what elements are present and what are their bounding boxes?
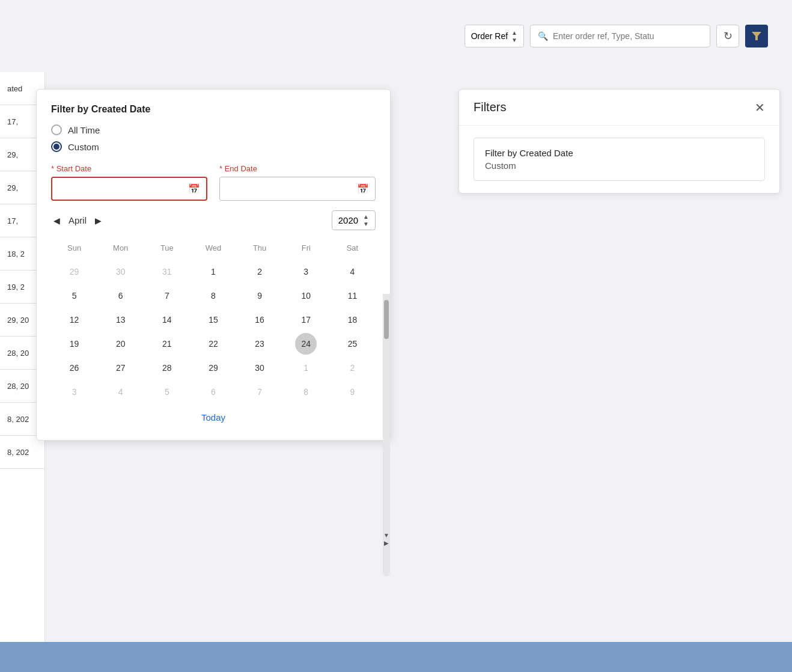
cal-day[interactable]: 16 [249,309,270,331]
custom-radio[interactable] [51,141,62,152]
next-month-button[interactable]: ▶ [93,215,104,227]
cal-day[interactable]: 25 [341,333,363,355]
cal-day[interactable]: 20 [110,333,132,355]
cal-day[interactable]: 30 [110,261,132,283]
popup-scrollbar[interactable]: ▼ ▶ [383,294,390,576]
cal-day[interactable]: 1 [203,261,224,283]
cal-day[interactable]: 14 [156,309,178,331]
cal-day[interactable]: 12 [64,309,85,331]
cal-day[interactable]: 3 [64,381,85,403]
filters-panel: Filters ✕ Filter by Created Date Custom [458,89,780,194]
bg-row: 29, [7,183,18,192]
cal-day[interactable]: 7 [156,285,178,307]
calendar-grid: Sun Mon Tue Wed Thu Fri Sat 29 30 31 1 2… [51,240,376,403]
cal-day[interactable]: 22 [203,333,224,355]
today-button[interactable]: Today [201,412,225,423]
all-time-radio[interactable] [51,124,62,135]
cal-day[interactable]: 9 [341,381,363,403]
cal-day[interactable]: 19 [64,333,85,355]
order-ref-dropdown[interactable]: Order Ref ▲ ▼ [465,25,524,47]
cal-day[interactable]: 6 [203,381,224,403]
calendar-week-6: 3 4 5 6 7 8 9 [51,381,376,403]
bg-row: 17, [7,117,18,126]
bg-row: 8, 202 [7,448,29,457]
bg-row: 29, [7,150,18,159]
cal-day[interactable]: 26 [64,357,85,379]
day-header-wed: Wed [190,240,236,256]
cal-day[interactable]: 11 [341,285,363,307]
start-date-input[interactable]: 📅 [51,177,207,201]
cal-day[interactable]: 7 [249,381,270,403]
cal-day[interactable]: 5 [64,285,85,307]
scroll-down-icon[interactable]: ▼ [383,532,389,539]
cal-day[interactable]: 29 [64,261,85,283]
cal-day[interactable]: 6 [110,285,132,307]
cal-day[interactable]: 3 [295,261,317,283]
cal-day[interactable]: 5 [156,381,178,403]
filters-title: Filters [474,100,506,114]
search-input[interactable] [553,31,702,41]
calendar-nav: ◀ April ▶ 2020 ▲ ▼ [51,210,376,230]
cal-day[interactable]: 4 [341,261,363,283]
end-date-wrap: * End Date 📅 [219,164,376,201]
year-value: 2020 [338,215,358,225]
refresh-button[interactable]: ↻ [716,25,739,47]
order-ref-label: Order Ref [471,31,508,41]
date-fields: * Start Date 📅 * End Date 📅 [51,164,376,201]
refresh-icon: ↻ [723,29,733,43]
calendar-week-5: 26 27 28 29 30 1 2 [51,357,376,379]
start-calendar-icon: 📅 [188,183,200,195]
cal-day[interactable]: 2 [249,261,270,283]
cal-day[interactable]: 30 [249,357,270,379]
cal-day[interactable]: 15 [203,309,224,331]
all-time-option[interactable]: All Time [51,124,376,135]
bg-row: 29, 20 [7,316,29,325]
date-filter-popup: Filter by Created Date All Time Custom *… [36,89,391,441]
cal-day[interactable]: 27 [110,357,132,379]
end-date-input[interactable]: 📅 [219,177,376,201]
bg-row: 19, 2 [7,283,25,292]
date-filter-title: Filter by Created Date [51,104,376,115]
top-bar: Order Ref ▲ ▼ 🔍 ↻ [0,0,792,72]
cal-day[interactable]: 2 [341,357,363,379]
cal-day[interactable]: 9 [249,285,270,307]
close-filters-button[interactable]: ✕ [755,102,765,114]
bg-row: 17, [7,216,18,225]
filters-body: Filter by Created Date Custom [459,126,779,193]
search-bar[interactable]: 🔍 [530,25,710,47]
bg-row: 18, 2 [7,249,25,258]
today-button-wrap: Today [51,405,376,426]
cal-day[interactable]: 4 [110,381,132,403]
year-select[interactable]: 2020 ▲ ▼ [332,210,376,230]
cal-day-today[interactable]: 24 [295,333,317,355]
cal-day[interactable]: 18 [341,309,363,331]
cal-day[interactable]: 1 [295,357,317,379]
svg-marker-0 [752,32,761,40]
calendar-week-1: 29 30 31 1 2 3 4 [51,261,376,283]
cal-day[interactable]: 8 [295,381,317,403]
filter-icon [752,32,761,40]
cal-day[interactable]: 17 [295,309,317,331]
cal-day[interactable]: 31 [156,261,178,283]
custom-option[interactable]: Custom [51,141,376,152]
end-calendar-icon: 📅 [357,183,369,195]
cal-day[interactable]: 13 [110,309,132,331]
end-date-label: * End Date [219,164,376,173]
cal-day[interactable]: 23 [249,333,270,355]
bg-row: 28, 20 [7,382,29,391]
cal-day[interactable]: 28 [156,357,178,379]
all-time-label: All Time [68,125,100,135]
filters-header: Filters ✕ [459,90,779,126]
start-date-wrap: * Start Date 📅 [51,164,207,201]
cal-day[interactable]: 29 [203,357,224,379]
bottom-blue-bar [0,642,792,672]
filter-button[interactable] [745,25,768,47]
prev-month-button[interactable]: ◀ [51,215,62,227]
cal-day[interactable]: 21 [156,333,178,355]
cal-day[interactable]: 8 [203,285,224,307]
bg-row: 8, 202 [7,415,29,424]
bg-row: ated [7,84,22,93]
cal-day[interactable]: 10 [295,285,317,307]
year-arrows-icon: ▲ ▼ [363,213,369,227]
scroll-right-icon[interactable]: ▶ [383,540,389,546]
